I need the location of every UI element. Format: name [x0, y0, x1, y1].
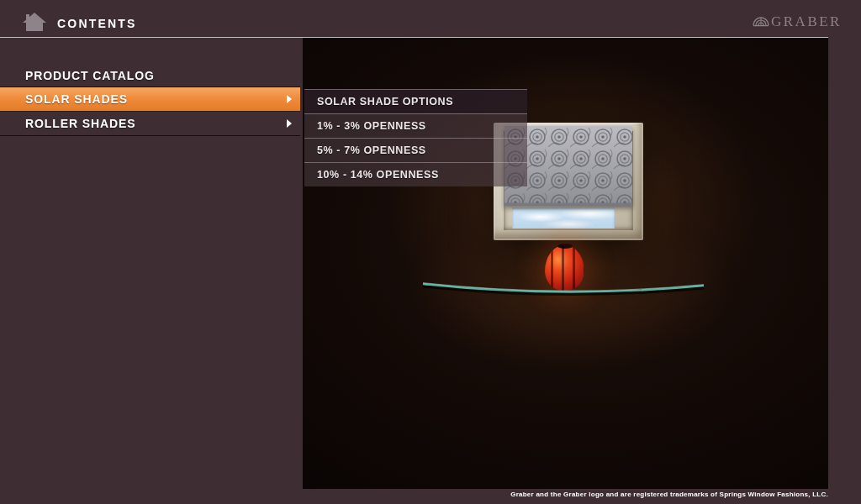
menu-item-roller-shades[interactable]: ROLLER SHADES — [0, 112, 300, 136]
submenu-item-label: 10% - 14% OPENNESS — [317, 169, 439, 181]
menu-item-label: ROLLER SHADES — [25, 117, 136, 130]
trademark-disclaimer: Graber and the Graber logo and are regis… — [0, 489, 828, 502]
menu-item-product-catalog[interactable]: PRODUCT CATALOG — [0, 63, 300, 87]
menu-item-solar-shades[interactable]: SOLAR SHADES — [0, 87, 300, 112]
home-button[interactable] — [22, 12, 47, 34]
brand-text: GRABER — [771, 13, 842, 30]
submenu-item-10-14-openness[interactable]: 10% - 14% OPENNESS — [304, 162, 527, 186]
glass-shelf — [420, 277, 706, 301]
home-icon — [22, 12, 47, 34]
main-menu: PRODUCT CATALOG SOLAR SHADES ROLLER SHAD… — [0, 63, 300, 136]
menu-item-label: PRODUCT CATALOG — [25, 69, 155, 82]
submenu-item-1-3-openness[interactable]: 1% - 3% OPENNESS — [304, 113, 527, 138]
submenu-item-label: SOLAR SHADE OPTIONS — [317, 96, 453, 108]
solar-shades-submenu: SOLAR SHADE OPTIONS 1% - 3% OPENNESS 5% … — [304, 89, 527, 186]
submenu-arrow-icon — [287, 95, 292, 103]
submenu-item-label: 1% - 3% OPENNESS — [317, 120, 426, 132]
menu-item-label: SOLAR SHADES — [25, 92, 128, 106]
submenu-arrow-icon — [287, 119, 292, 128]
window-sky-view — [512, 207, 615, 228]
submenu-item-5-7-openness[interactable]: 5% - 7% OPENNESS — [304, 138, 527, 162]
page-title: CONTENTS — [57, 17, 137, 30]
submenu-item-solar-shade-options[interactable]: SOLAR SHADE OPTIONS — [304, 89, 527, 113]
graber-arch-icon — [753, 15, 769, 27]
top-bar: CONTENTS GRABER — [0, 0, 861, 37]
brand-logo: GRABER — [753, 13, 832, 31]
submenu-item-label: 5% - 7% OPENNESS — [317, 144, 426, 156]
